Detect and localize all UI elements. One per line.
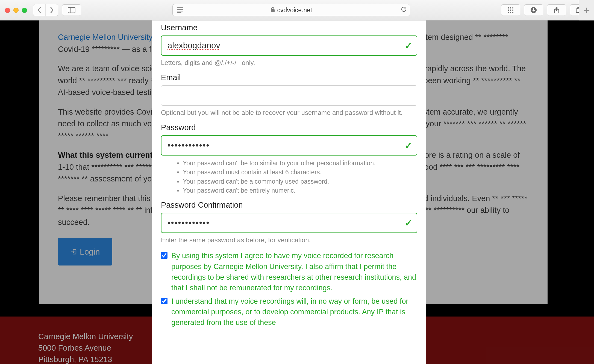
svg-point-10 <box>510 12 511 13</box>
url-display: cvdvoice.net <box>270 7 312 14</box>
sidebar-toggle-button[interactable] <box>62 4 81 16</box>
username-value: alexbogdanov <box>167 41 220 50</box>
chevron-right-icon <box>50 7 54 13</box>
reader-view-button[interactable] <box>175 7 185 13</box>
check-icon: ✓ <box>405 40 412 51</box>
svg-rect-2 <box>271 9 275 12</box>
window-controls <box>5 8 27 13</box>
url-text: cvdvoice.net <box>277 7 312 14</box>
address-bar[interactable]: cvdvoice.net <box>172 4 410 16</box>
email-input[interactable] <box>161 85 417 106</box>
svg-point-8 <box>512 10 513 11</box>
reload-icon <box>401 6 407 13</box>
minimize-window-button[interactable] <box>13 8 19 13</box>
signup-modal: Username alexbogdanov ✓ Letters, digits … <box>152 20 426 364</box>
username-input[interactable]: alexbogdanov <box>161 35 417 56</box>
maximize-window-button[interactable] <box>22 8 27 13</box>
username-help: Letters, digits and @/./+/-/_ only. <box>161 59 417 67</box>
downloads-button[interactable] <box>524 4 543 16</box>
svg-point-5 <box>512 7 513 8</box>
email-label: Email <box>161 73 417 82</box>
chevron-left-icon <box>37 7 42 13</box>
share-icon <box>554 7 560 14</box>
plus-icon <box>583 7 590 14</box>
pw-rule: Your password can't be a commonly used p… <box>183 177 417 186</box>
password-confirm-input[interactable]: •••••••••••• <box>161 213 417 233</box>
agreement-1-text: By using this system I agree to have my … <box>171 250 417 293</box>
pw-rule: Your password must contain at least 6 ch… <box>183 168 417 177</box>
lock-icon <box>270 7 275 14</box>
check-icon: ✓ <box>405 217 412 228</box>
check-icon: ✓ <box>405 140 412 151</box>
password-value: •••••••••••• <box>167 141 210 150</box>
agreement-2-text: I understand that my voice recordings wi… <box>171 296 417 328</box>
back-button[interactable] <box>33 4 46 16</box>
share-button[interactable] <box>547 4 566 16</box>
svg-point-4 <box>510 7 511 8</box>
reload-button[interactable] <box>401 6 407 14</box>
svg-point-3 <box>508 7 509 8</box>
agreement-1-checkbox[interactable] <box>161 252 167 259</box>
nav-button-group <box>33 4 58 16</box>
agreement-2-checkbox[interactable] <box>161 298 167 304</box>
top-sites-button[interactable] <box>501 4 520 16</box>
svg-point-11 <box>512 12 513 13</box>
pw-rule: Your password can't be too similar to yo… <box>183 159 417 168</box>
email-help: Optional but you will not be able to rec… <box>161 109 417 117</box>
grid-icon <box>507 7 514 13</box>
svg-rect-0 <box>68 7 75 13</box>
svg-point-7 <box>510 10 511 11</box>
password-rules: Your password can't be too similar to yo… <box>161 159 417 195</box>
username-label: Username <box>161 23 417 32</box>
svg-point-6 <box>508 10 509 11</box>
sidebar-icon <box>68 7 75 13</box>
browser-toolbar: cvdvoice.net <box>0 0 594 20</box>
password-label: Password <box>161 123 417 132</box>
forward-button[interactable] <box>46 4 58 16</box>
new-tab-button[interactable] <box>579 0 594 20</box>
password-confirm-value: •••••••••••• <box>167 218 210 228</box>
svg-point-9 <box>508 12 509 13</box>
pw-rule: Your password can't be entirely numeric. <box>183 186 417 195</box>
download-icon <box>530 7 537 13</box>
close-window-button[interactable] <box>5 8 10 13</box>
password-confirm-label: Password Confirmation <box>161 201 417 210</box>
password-confirm-help: Enter the same password as before, for v… <box>161 236 417 244</box>
password-input[interactable]: •••••••••••• <box>161 135 417 156</box>
